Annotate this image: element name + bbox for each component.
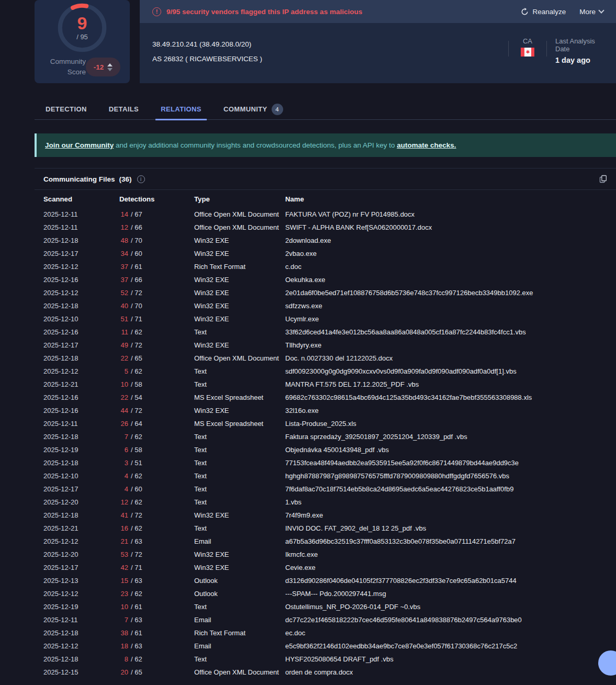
- table-row[interactable]: 2025-12-2110/ 58TextMANTRA FT.575 DEL 17…: [43, 378, 607, 391]
- detections-positive: 11: [119, 328, 128, 336]
- cell-scanned: 2025-12-17: [43, 250, 119, 257]
- cell-scanned: 2025-12-11: [43, 223, 119, 231]
- table-row[interactable]: 2025-12-1644/ 72Win32 EXE32l16o.exe: [43, 404, 607, 417]
- table-row[interactable]: 2025-12-1840/ 70Win32 EXEsdfzzws.exe: [43, 299, 607, 312]
- cell-file-name[interactable]: orden de compra.docx: [285, 668, 607, 676]
- cell-file-name[interactable]: c.doc: [285, 263, 607, 271]
- tab-community[interactable]: COMMUNITY 4: [223, 98, 283, 120]
- table-row[interactable]: 2025-12-1838/ 61Rich Text Formatec.doc: [43, 626, 607, 639]
- table-row[interactable]: 2025-12-1114/ 67Office Open XML Document…: [43, 208, 607, 221]
- copy-list-icon[interactable]: [599, 175, 607, 183]
- cell-file-name[interactable]: HYSF2025080654 DRAFT_pdf .vbs: [285, 655, 607, 663]
- table-row[interactable]: 2025-12-1822/ 65Office Open XML Document…: [43, 352, 607, 365]
- column-header-detections: Detections: [119, 195, 194, 203]
- cell-type: Win32 EXE: [194, 237, 285, 244]
- cell-file-name[interactable]: 2download.exe: [285, 237, 607, 244]
- join-community-link[interactable]: Join our Community: [45, 141, 114, 149]
- cell-file-name[interactable]: a67b5a36d96bc32519c37fff0a853132c3b0e078…: [285, 537, 607, 545]
- detections-positive: 22: [119, 354, 128, 362]
- cell-file-name[interactable]: ---SPAM--- Pdo.2000297441.msg: [285, 590, 607, 598]
- cell-file-name[interactable]: INVIO DOC. FAT_2902_del_18 12 25_pdf .vb…: [285, 524, 607, 532]
- cell-type: Text: [194, 328, 285, 336]
- cell-file-name[interactable]: e5c9bf362f2146d102eedbb34ae9bc7ce87e0e3e…: [285, 642, 607, 650]
- table-row[interactable]: 2025-12-1749/ 72Win32 EXETllhdyry.exe: [43, 339, 607, 352]
- table-row[interactable]: 2025-12-2053/ 72Win32 EXEIkmcfc.exe: [43, 548, 607, 561]
- cell-file-name[interactable]: Doc. n.0027330 del 12122025.docx: [285, 354, 607, 362]
- table-row[interactable]: 2025-12-1520/ 65Office Open XML Document…: [43, 666, 607, 679]
- cell-file-name[interactable]: Tllhdyry.exe: [285, 341, 607, 349]
- table-row[interactable]: 2025-12-196/ 58TextObjednávka 4500143948…: [43, 443, 607, 456]
- cell-file-name[interactable]: Ucymlr.exe: [285, 315, 607, 323]
- tab-detection[interactable]: DETECTION: [46, 98, 87, 120]
- table-row[interactable]: 2025-12-1237/ 61Rich Text Formatc.doc: [43, 260, 607, 273]
- cell-file-name[interactable]: sdf00923000g0g0dg9090xcxv0vs0d9f0a909fa0…: [285, 367, 607, 375]
- table-row[interactable]: 2025-12-125/ 62Textsdf00923000g0g0dg9090…: [43, 365, 607, 378]
- table-row[interactable]: 2025-12-1637/ 66Win32 EXEOekuhka.exe: [43, 273, 607, 286]
- table-row[interactable]: 2025-12-1611/ 62Text33f62d6ced41a4fe3e01…: [43, 325, 607, 339]
- cell-file-name[interactable]: Ikmcfc.exe: [285, 551, 607, 558]
- cell-detections: 3/ 51: [119, 459, 194, 467]
- table-row[interactable]: 2025-12-1315/ 63Outlookd3126d90286f0406d…: [43, 574, 607, 587]
- table-row[interactable]: 2025-12-174/ 60Text7f6daf8ac70c18f7514eb…: [43, 482, 607, 496]
- canada-flag-icon: [521, 48, 534, 57]
- cell-file-name[interactable]: dc77c22e1f465818222b7cec46d595fe80641a84…: [285, 616, 607, 624]
- tab-relations[interactable]: RELATIONS: [161, 98, 201, 120]
- cell-file-name[interactable]: d3126d90286f0406de04105f2f377708826ec2f3…: [285, 577, 607, 585]
- cell-file-name[interactable]: hghgh87887987g898987576575fffd7879009809…: [285, 472, 607, 480]
- table-row[interactable]: 2025-12-188/ 62TextHYSF2025080654 DRAFT_…: [43, 653, 607, 666]
- cell-file-name[interactable]: 33f62d6ced41a4fe3e012bc56aa8aa86a0848a00…: [285, 328, 607, 336]
- cell-detections: 22/ 65: [119, 354, 194, 362]
- table-row[interactable]: 2025-12-1742/ 71Win32 EXECevie.exe: [43, 561, 607, 574]
- table-row[interactable]: 2025-12-1051/ 71Win32 EXEUcymlr.exe: [43, 312, 607, 325]
- table-row[interactable]: 2025-12-2012/ 62Text1.vbs: [43, 496, 607, 509]
- table-row[interactable]: 2025-12-1910/ 61TextOstutellimus_NR_PO-2…: [43, 600, 607, 613]
- automate-checks-link[interactable]: automate checks.: [397, 141, 456, 149]
- cell-detections: 22/ 54: [119, 394, 194, 401]
- cell-file-name[interactable]: Faktura sprzedaży_392501897_20251204_120…: [285, 433, 607, 441]
- cell-file-name[interactable]: sdfzzws.exe: [285, 302, 607, 310]
- cell-file-name[interactable]: MANTRA FT.575 DEL 17.12.2025_PDF .vbs: [285, 380, 607, 388]
- table-row[interactable]: 2025-12-1126/ 64MS Excel SpreadsheetList…: [43, 417, 607, 430]
- table-row[interactable]: 2025-12-117/ 63Emaildc77c22e1f465818222b…: [43, 613, 607, 626]
- vote-down-icon[interactable]: [107, 68, 113, 71]
- cell-file-name[interactable]: Cevie.exe: [285, 564, 607, 571]
- cell-file-name[interactable]: FAKTURA VAT (POZ) nr FV P014985.docx: [285, 210, 607, 218]
- reanalyze-button[interactable]: Reanalyze: [521, 8, 566, 16]
- cell-file-name[interactable]: SWIFT - ALPHA BANK Ref[SA0620000017.docx: [285, 223, 607, 231]
- table-row[interactable]: 2025-12-183/ 51Text77153fcea48f494aedbb2…: [43, 456, 607, 469]
- table-row[interactable]: 2025-12-1848/ 70Win32 EXE2download.exe: [43, 234, 607, 247]
- cell-file-name[interactable]: 77153fcea48f494aedbb2ea9535915ee5a92f0f6…: [285, 459, 607, 467]
- table-row[interactable]: 2025-12-1223/ 62Outlook---SPAM--- Pdo.20…: [43, 587, 607, 600]
- table-row[interactable]: 2025-12-187/ 62TextFaktura sprzedaży_392…: [43, 430, 607, 443]
- cell-file-name[interactable]: 7r4f9m9.exe: [285, 511, 607, 519]
- communicating-files-widget: Communicating Files (36) i Scanned Detec…: [35, 168, 616, 685]
- cell-file-name[interactable]: 7f6daf8ac70c18f7514eb5b8ca24d8695aedc6a5…: [285, 485, 607, 493]
- table-row[interactable]: 2025-12-1252/ 72Win32 EXE2e01da6f0be5ed7…: [43, 286, 607, 299]
- table-row[interactable]: 2025-12-104/ 62Texthghgh87887987g8989875…: [43, 469, 607, 482]
- table-row[interactable]: 2025-12-1734/ 60Win32 EXE2vbao.exe: [43, 247, 607, 260]
- cell-file-name[interactable]: 32l16o.exe: [285, 407, 607, 414]
- cell-file-name[interactable]: 2vbao.exe: [285, 250, 607, 257]
- cell-file-name[interactable]: 2e01da6f0be5ed71ef108876758d6b5736e748c3…: [285, 289, 607, 297]
- cell-scanned: 2025-12-20: [43, 551, 119, 558]
- cell-file-name[interactable]: 69682c763302c98615a4bc69d4c125a35bd493c3…: [285, 394, 607, 401]
- more-button[interactable]: More: [579, 8, 603, 16]
- cell-file-name[interactable]: Objednávka 4500143948_pdf .vbs: [285, 446, 607, 454]
- table-row[interactable]: 2025-12-1112/ 66Office Open XML Document…: [43, 221, 607, 234]
- table-row[interactable]: 2025-12-1218/ 63Emaile5c9bf362f2146d102e…: [43, 639, 607, 653]
- table-row[interactable]: 2025-12-1622/ 54MS Excel Spreadsheet6968…: [43, 391, 607, 404]
- table-row[interactable]: 2025-12-1221/ 63Emaila67b5a36d96bc32519c…: [43, 535, 607, 548]
- info-icon[interactable]: i: [137, 175, 145, 183]
- vote-up-icon[interactable]: [107, 63, 113, 66]
- cell-detections: 53/ 72: [119, 551, 194, 558]
- tab-details[interactable]: DETAILS: [109, 98, 139, 120]
- cell-file-name[interactable]: Ostutellimus_NR_PO-2026-014_PDF ~0.vbs: [285, 603, 607, 611]
- cell-file-name[interactable]: Lista-Produse_2025.xls: [285, 420, 607, 428]
- cell-detections: 20/ 65: [119, 668, 194, 676]
- cell-file-name[interactable]: Oekuhka.exe: [285, 276, 607, 284]
- table-row[interactable]: 2025-12-2116/ 62TextINVIO DOC. FAT_2902_…: [43, 522, 607, 535]
- table-row[interactable]: 2025-12-1841/ 72Win32 EXE7r4f9m9.exe: [43, 509, 607, 522]
- community-votes-control[interactable]: -12: [86, 58, 120, 76]
- cell-file-name[interactable]: ec.doc: [285, 629, 607, 637]
- cell-file-name[interactable]: 1.vbs: [285, 498, 607, 506]
